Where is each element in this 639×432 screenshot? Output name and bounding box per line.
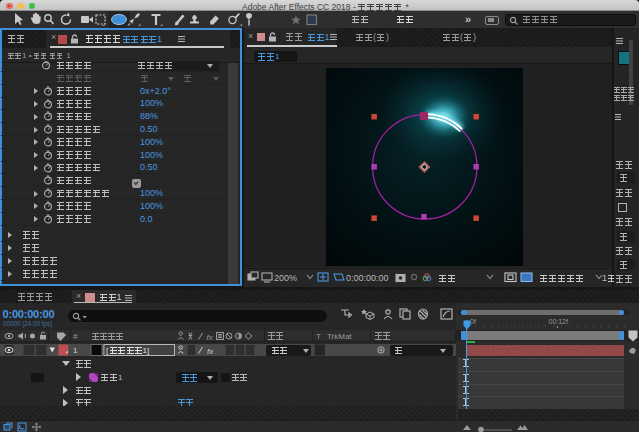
svg-text:T: T xyxy=(316,332,321,341)
svg-text:1: 1 xyxy=(602,273,607,283)
svg-text:fx: fx xyxy=(207,333,214,342)
svg-text:#: # xyxy=(73,332,78,341)
svg-text:TrkMat: TrkMat xyxy=(327,332,352,341)
svg-text:0:00:00:00: 0:00:00:00 xyxy=(346,273,389,283)
svg-text:fx: fx xyxy=(207,347,214,356)
svg-text:200%: 200% xyxy=(274,273,297,283)
svg-text:1: 1 xyxy=(73,346,78,355)
